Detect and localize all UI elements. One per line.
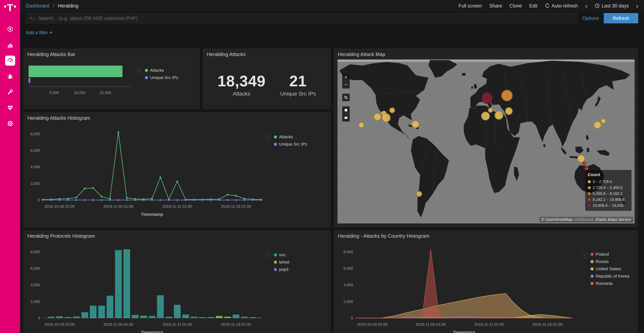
plus-icon: + — [50, 30, 52, 35]
legend-expand-button[interactable]: › — [136, 68, 142, 74]
svg-text:8,000: 8,000 — [30, 132, 40, 136]
legend-label: Attacks — [279, 134, 293, 139]
island-madagascar — [514, 166, 519, 181]
legend-color-dot — [588, 186, 591, 189]
refresh-button[interactable]: Refresh — [604, 13, 638, 24]
attacks-line-chart[interactable]: 02,0004,0006,0008,0002018-10-28 02:00201… — [27, 123, 265, 217]
clock-icon — [595, 3, 600, 8]
metric-group: 18,349 Attacks 21 Unique Src IPs — [203, 57, 330, 97]
draw-polygon-button[interactable] — [342, 106, 350, 114]
topbar-menu: Full screen Share Clone Edit Auto-refres… — [459, 3, 638, 9]
legend-item[interactable]: vnc — [274, 252, 290, 257]
legend-item[interactable]: Unique Src IPs — [145, 75, 178, 80]
svg-text:2018-11-18 01:00: 2018-11-18 01:00 — [221, 204, 251, 208]
time-back-button[interactable]: ‹ — [585, 3, 588, 9]
svg-text:2018-11-11 01:00: 2018-11-11 01:00 — [474, 322, 504, 326]
legend-item[interactable]: Attacks — [145, 68, 178, 73]
svg-text:8,000: 8,000 — [30, 250, 40, 254]
svg-text:2018-11-04 01:00: 2018-11-04 01:00 — [103, 322, 133, 326]
main-area: Dashboard / Heralding Full screen Share … — [20, 0, 644, 333]
panel-title: Heralding Attacks — [203, 49, 330, 57]
legend-color-dot — [588, 204, 591, 207]
metric-label: Attacks — [218, 91, 266, 97]
panel-title: Heralding Attacks Bar — [24, 49, 199, 57]
legend-expand-button[interactable]: › — [265, 252, 271, 259]
fit-bounds-button[interactable] — [342, 94, 350, 101]
legend-item[interactable]: Republic of Korea — [590, 274, 629, 279]
legend-item[interactable]: Attacks — [274, 134, 307, 139]
map-canvas[interactable]: + − — [338, 60, 634, 223]
sidebar-item-dev-tools[interactable] — [5, 87, 15, 97]
legend-label: Republic of Korea — [596, 274, 629, 279]
legend-label: vnc — [279, 252, 286, 257]
sidebar-item-monitoring[interactable] — [5, 103, 15, 113]
continent-north-america — [339, 62, 428, 140]
panel-heralding-attacks-bar: Heralding Attacks Bar 5,00010,00015,000 … — [24, 49, 200, 109]
svg-text:Timestamp: Timestamp — [453, 330, 475, 333]
svg-text:6,000: 6,000 — [30, 266, 40, 270]
fullscreen-button[interactable]: Full screen — [459, 3, 482, 9]
map-legend-row: 3 – 2,729.4 — [588, 179, 629, 185]
breadcrumb-dashboard-link[interactable]: Dashboard — [26, 3, 49, 9]
legend-item[interactable]: Romania — [590, 281, 629, 286]
refresh-icon — [545, 3, 550, 8]
svg-text:0: 0 — [38, 198, 40, 202]
auto-refresh-button[interactable]: Auto-refresh — [545, 3, 578, 9]
legend-label: Russia — [596, 259, 608, 264]
zoom-controls: + − — [342, 73, 350, 89]
zoom-in-button[interactable]: + — [342, 73, 350, 81]
clone-button[interactable]: Clone — [510, 3, 522, 9]
legend-expand-button[interactable]: › — [265, 134, 271, 141]
country-area-chart[interactable]: 02,0004,0006,0008,0002018-10-28 02:00201… — [338, 241, 576, 333]
elastic-maps-service-link[interactable]: Elastic Maps Service — [596, 217, 631, 222]
sidebar-item-visualize[interactable] — [5, 40, 15, 50]
add-filter-button[interactable]: Add a filter+ — [26, 30, 52, 36]
protocols-bar-chart[interactable]: 02,0004,0006,0008,0002018-10-28 02:00201… — [27, 241, 265, 333]
legend-range-label: 2,729.4 – 5,455.8 — [593, 185, 622, 191]
sidebar-item-management[interactable] — [5, 119, 15, 129]
add-filter-label: Add a filter — [26, 30, 48, 35]
attacks-bar-chart[interactable]: 5,00010,00015,000 — [27, 60, 134, 106]
legend-color-dot — [274, 261, 277, 264]
legend-color-dot — [274, 143, 277, 146]
map-legend-row: 2,729.4 – 5,455.8 — [588, 185, 629, 191]
share-button[interactable]: Share — [489, 3, 502, 9]
svg-text:2,000: 2,000 — [30, 181, 40, 186]
logo-letter: T — [7, 3, 13, 13]
topbar: Dashboard / Heralding Full screen Share … — [20, 0, 644, 12]
app-sidebar: T — [0, 0, 20, 333]
map-legend: Count 3 – 2,729.42,729.4 – 5,455.85,455.… — [585, 170, 632, 211]
sidebar-item-alerts[interactable] — [5, 71, 15, 81]
chart-legend: › AttacksUnique Src IPs — [136, 68, 178, 80]
legend-color-dot — [274, 135, 277, 139]
wrench-icon — [7, 89, 14, 95]
panel-title: Heralding - Attacks by Country Histogram — [334, 230, 638, 239]
legend-color-dot — [588, 192, 591, 195]
panel-title: Heralding Attack Map — [334, 49, 638, 57]
sidebar-item-dashboard[interactable] — [5, 56, 15, 66]
openstreetmap-link[interactable]: © OpenStreetMap — [542, 217, 572, 222]
edit-button[interactable]: Edit — [529, 3, 538, 9]
legend-item[interactable]: Russia — [590, 259, 629, 264]
legend-expand-button[interactable]: › — [581, 252, 588, 258]
svg-text:2018-11-04 01:00: 2018-11-04 01:00 — [103, 204, 133, 208]
legend-item[interactable]: Unique Src IPs — [274, 142, 307, 147]
search-input[interactable] — [38, 16, 574, 21]
query-options-link[interactable]: Options — [582, 16, 599, 21]
zoom-out-button[interactable]: − — [342, 81, 350, 89]
svg-text:0: 0 — [351, 316, 353, 320]
legend-item[interactable]: telnet — [274, 260, 290, 265]
legend-item[interactable]: United States — [590, 266, 629, 271]
svg-text:Timestamp: Timestamp — [141, 330, 163, 333]
map-legend-row: 5,455.8 – 8,182.2 — [588, 191, 629, 197]
legend-color-dot — [590, 253, 594, 256]
time-forward-button[interactable]: › — [636, 3, 638, 9]
chart-legend: › PolandRussiaUnited StatesRepublic of K… — [581, 252, 629, 286]
legend-item[interactable]: pop3 — [274, 267, 290, 272]
legend-item[interactable]: Poland — [590, 252, 629, 257]
legend-range-label: 3 – 2,729.4 — [593, 179, 612, 185]
sidebar-item-discover[interactable] — [5, 24, 15, 34]
time-range-picker[interactable]: Last 30 days — [595, 3, 629, 9]
auto-refresh-label: Auto-refresh — [552, 3, 578, 9]
draw-rectangle-button[interactable] — [342, 114, 350, 122]
